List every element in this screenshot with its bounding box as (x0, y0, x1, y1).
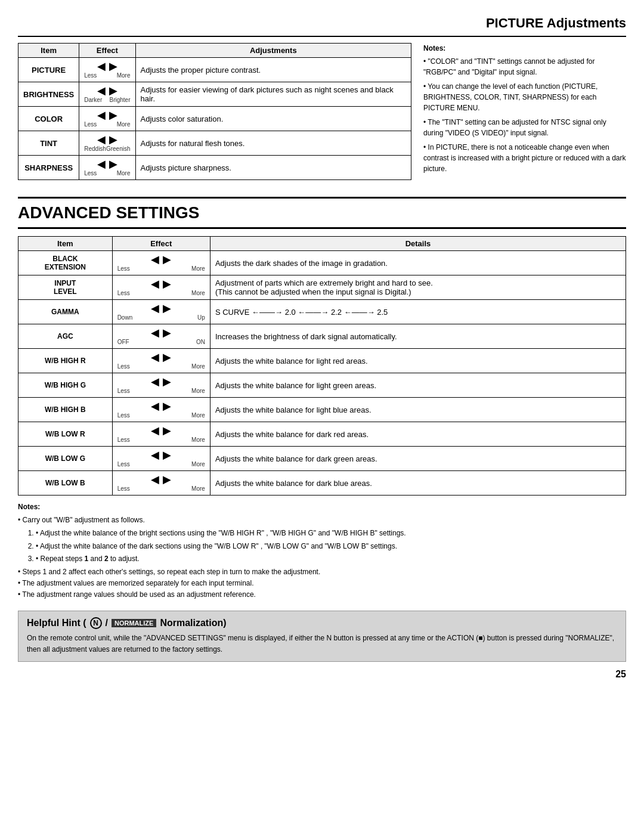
advanced-details-cell: Adjusts the white balance for dark red a… (210, 422, 626, 447)
advanced-details-cell: Adjusts the dark shades of the image in … (210, 251, 626, 275)
advanced-details-cell: Adjusts the white balance for light gree… (210, 373, 626, 398)
advanced-table-row: GAMMA◀▶DownUpS CURVE ←——→ 2.0 ←——→ 2.2 ←… (18, 300, 626, 324)
right-arrow-icon: ▶ (163, 425, 171, 436)
advanced-table-row: W/B HIGH R◀▶LessMoreAdjusts the white ba… (18, 349, 626, 373)
advanced-details-cell: Adjusts the white balance for dark green… (210, 447, 626, 471)
picture-col-item: Item (18, 44, 79, 58)
right-label: More (191, 412, 205, 419)
left-arrow-icon: ◀ (97, 134, 106, 145)
left-arrow-icon: ◀ (151, 352, 159, 363)
left-arrow-icon: ◀ (151, 278, 159, 289)
advanced-item-cell: GAMMA (18, 300, 113, 324)
advanced-effect-cell: ◀▶LessMore (112, 398, 210, 422)
advanced-table-row: AGC◀▶OFFONIncreases the brightness of da… (18, 324, 626, 349)
picture-notes-list: "COLOR" and "TINT" settings cannot be ad… (423, 56, 626, 174)
hint-title-prefix: Helpful Hint ( (27, 618, 86, 628)
picture-section: PICTURE Adjustments Item Effect Adjustme… (18, 12, 626, 186)
advanced-details-cell: Increases the brightness of dark signal … (210, 324, 626, 349)
left-label: Less (84, 121, 97, 128)
normalize-badge: NORMALIZE (112, 619, 156, 627)
advanced-effect-cell: ◀▶DownUp (112, 300, 210, 324)
advanced-details-cell: Adjusts the white balance for light red … (210, 349, 626, 373)
adv-col-item: Item (18, 237, 113, 251)
advanced-item-cell: W/B HIGH R (18, 349, 113, 373)
picture-adjustment-cell: Adjusts for natural flesh tones. (135, 131, 411, 156)
picture-adjustment-cell: Adjusts for easier viewing of dark pictu… (135, 82, 411, 107)
advanced-table-row: INPUTLEVEL◀▶LessMoreAdjustment of parts … (18, 275, 626, 300)
advanced-notes-steps: Adjust the white balance of the bright s… (18, 528, 626, 565)
left-label: Less (84, 170, 97, 176)
picture-table-row: SHARPNESS◀▶LessMoreAdjusts picture sharp… (18, 156, 411, 180)
helpful-hint-box: Helpful Hint ( N / NORMALIZE Normalizati… (18, 611, 626, 662)
advanced-section: ADVANCED SETTINGS Item Effect Details BL… (18, 197, 626, 601)
right-label: More (191, 290, 205, 296)
picture-adjustment-cell: Adjusts color saturation. (135, 107, 411, 131)
right-arrow-icon: ▶ (163, 450, 171, 460)
right-label: More (117, 170, 131, 176)
advanced-table: Item Effect Details BLACKEXTENSION◀▶Less… (18, 236, 626, 496)
picture-adjustment-cell: Adjusts the proper picture contrast. (135, 58, 411, 82)
left-arrow-icon: ◀ (151, 376, 159, 387)
page-number: 25 (18, 669, 626, 680)
advanced-details-cell: Adjustment of parts which are extremely … (210, 275, 626, 300)
left-arrow-icon: ◀ (151, 401, 159, 411)
right-arrow-icon: ▶ (163, 254, 171, 265)
advanced-table-row: W/B HIGH B◀▶LessMoreAdjusts the white ba… (18, 398, 626, 422)
picture-effect-cell: ◀▶LessMore (79, 58, 135, 82)
left-label: Darker (84, 97, 102, 103)
adv-col-details: Details (210, 237, 626, 251)
advanced-details-cell: Adjusts the white balance for dark blue … (210, 471, 626, 496)
right-arrow-icon: ▶ (109, 134, 117, 145)
right-label: More (191, 461, 205, 467)
picture-item-cell: SHARPNESS (18, 156, 79, 180)
right-arrow-icon: ▶ (163, 303, 171, 314)
left-arrow-icon: ◀ (97, 159, 106, 169)
left-label: Less (117, 363, 130, 370)
hint-title-suffix: Normalization) (160, 618, 226, 628)
advanced-effect-cell: ◀▶LessMore (112, 251, 210, 275)
picture-note-item: In PICTURE, there is not a noticeable ch… (423, 142, 626, 174)
right-arrow-icon: ▶ (163, 401, 171, 411)
right-label: Up (197, 314, 205, 321)
adv-col-effect: Effect (112, 237, 210, 251)
picture-col-effect: Effect (79, 44, 135, 58)
right-label: More (191, 265, 205, 272)
advanced-effect-cell: ◀▶OFFON (112, 324, 210, 349)
right-label: More (191, 388, 205, 394)
left-arrow-icon: ◀ (97, 85, 106, 96)
left-label: Reddish (84, 145, 106, 152)
advanced-item-cell: BLACKEXTENSION (18, 251, 113, 275)
picture-effect-cell: ◀▶LessMore (79, 156, 135, 180)
picture-effect-cell: ◀▶ReddishGreenish (79, 131, 135, 156)
right-arrow-icon: ▶ (163, 376, 171, 387)
picture-note-item: "COLOR" and "TINT" settings cannot be ad… (423, 56, 626, 78)
left-arrow-icon: ◀ (151, 425, 159, 436)
advanced-details-cell: S CURVE ←——→ 2.0 ←——→ 2.2 ←——→ 2.5 (210, 300, 626, 324)
advanced-item-cell: W/B HIGH B (18, 398, 113, 422)
right-label: ON (196, 339, 205, 345)
picture-item-cell: PICTURE (18, 58, 79, 82)
advanced-notes-bullet1: Carry out "W/B" adjustment as follows. A… (18, 515, 626, 565)
advanced-table-row: W/B HIGH G◀▶LessMoreAdjusts the white ba… (18, 373, 626, 398)
advanced-effect-cell: ◀▶LessMore (112, 349, 210, 373)
right-label: More (117, 121, 131, 128)
picture-table-row: TINT◀▶ReddishGreenishAdjusts for natural… (18, 131, 411, 156)
right-arrow-icon: ▶ (163, 474, 171, 485)
picture-item-cell: BRIGHTNESS (18, 82, 79, 107)
right-label: More (191, 436, 205, 443)
picture-col-adjustments: Adjustments (135, 44, 411, 58)
right-arrow-icon: ▶ (109, 110, 117, 120)
advanced-notes-bullet2: Steps 1 and 2 affect each other's settin… (18, 566, 626, 578)
hint-separator: / (106, 618, 108, 628)
picture-item-cell: COLOR (18, 107, 79, 131)
right-label: Greenish (106, 145, 131, 152)
picture-notes-title: Notes: (423, 43, 626, 54)
advanced-notes-bullet4: The adjustment range values should be us… (18, 589, 626, 600)
advanced-item-cell: W/B LOW G (18, 447, 113, 471)
advanced-item-cell: INPUTLEVEL (18, 275, 113, 300)
advanced-notes: Notes: Carry out "W/B" adjustment as fol… (18, 501, 626, 601)
right-arrow-icon: ▶ (109, 159, 117, 169)
right-arrow-icon: ▶ (163, 278, 171, 289)
right-label: More (191, 363, 205, 370)
advanced-item-cell: W/B LOW R (18, 422, 113, 447)
